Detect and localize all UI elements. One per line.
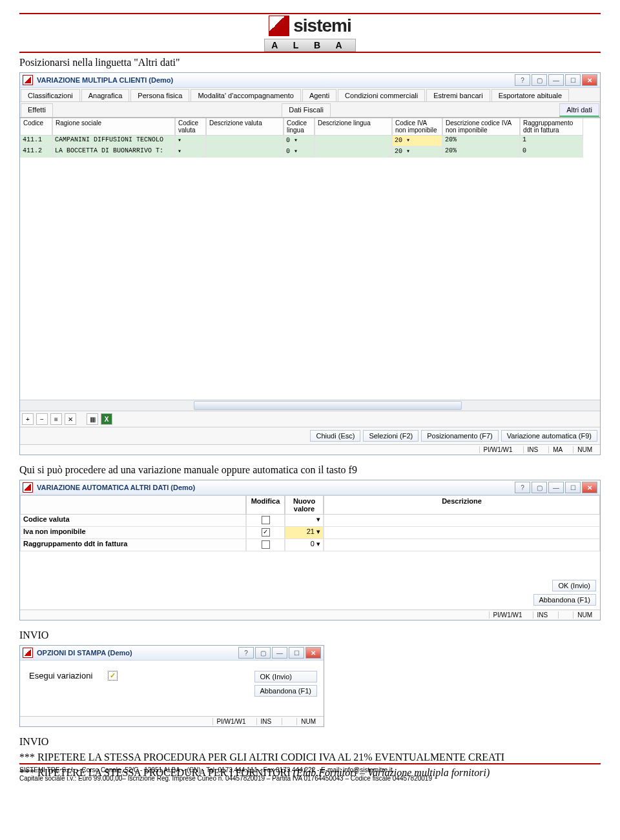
minimize-icon[interactable]: — — [272, 647, 287, 659]
grid-header: CodiceRagione socialeCodice valutaDescri… — [20, 118, 600, 136]
invio-1: INVIO — [19, 630, 601, 641]
tab[interactable]: Classificazioni — [21, 89, 80, 101]
close-icon[interactable]: ✕ — [582, 74, 597, 86]
ok-button[interactable]: OK (Invio) — [254, 671, 318, 682]
invio-2: INVIO — [19, 736, 601, 748]
col-header: Codice — [20, 118, 52, 136]
logo-icon — [269, 15, 289, 36]
table-row[interactable]: Codice valuta ▾ — [20, 515, 600, 527]
restore-icon[interactable]: ▢ — [532, 482, 547, 493]
col-header: Modifica — [246, 495, 285, 515]
col-header: Descrizione valuta — [206, 118, 284, 136]
table-row[interactable]: 411.1CAMPANINI DIFFUSIONI TECNOLO ▾0 ▾20… — [20, 136, 600, 147]
action-button[interactable]: Posizionamento (F7) — [421, 430, 499, 442]
help-icon[interactable]: ? — [238, 647, 254, 659]
footer-line-1: SISTEMI TRE S.r.l. – Corso Canale, 52/C … — [19, 766, 601, 774]
col-header: Ragione sociale — [52, 118, 175, 136]
tab-altri-dati[interactable]: Altri dati — [559, 103, 599, 117]
action-button[interactable]: Selezioni (F2) — [363, 430, 418, 442]
bottom-toolbar: + − ≡ ✕ ▦ X — [20, 411, 600, 427]
abbandona-button[interactable]: Abbandona (F1) — [254, 685, 318, 697]
col-header: Codice IVA non imponibile — [392, 118, 442, 136]
restore-icon[interactable]: ▢ — [255, 647, 271, 659]
col-header — [20, 495, 246, 515]
status-bar: PI/W1/W1INSNUM — [20, 610, 600, 620]
col-header: Codice valuta — [175, 118, 206, 136]
tab[interactable]: Persona fisica — [130, 89, 189, 101]
action-button[interactable]: Chiudi (Esc) — [310, 430, 360, 442]
ripetere-1: *** RIPETERE LA STESSA PROCEDURA PER GLI… — [19, 752, 601, 763]
app-icon — [23, 648, 33, 658]
horizontal-scrollbar[interactable] — [20, 400, 600, 411]
status-bar: PI/W1/W1INSMANUM — [20, 444, 600, 455]
maximize-icon[interactable]: ☐ — [289, 647, 304, 659]
maximize-icon[interactable]: ☐ — [565, 482, 581, 493]
close-icon[interactable]: ✕ — [582, 482, 597, 493]
win2-title: VARIAZIONE AUTOMATICA ALTRI DATI (Demo) — [37, 484, 195, 491]
checkbox[interactable] — [262, 528, 270, 537]
delete-icon[interactable]: ✕ — [65, 413, 76, 425]
page-footer: SISTEMI TRE S.r.l. – Corso Canale, 52/C … — [19, 763, 601, 783]
app-icon — [23, 75, 33, 85]
brand-sub: A L B A — [264, 39, 355, 52]
esegui-label: Esegui variazioni — [29, 671, 92, 681]
tab[interactable]: Agenti — [302, 89, 336, 101]
minimize-icon[interactable]: — — [548, 482, 564, 493]
button-bar: Chiudi (Esc)Selezioni (F2)Posizionamento… — [20, 427, 600, 444]
grid-icon[interactable]: ▦ — [87, 413, 98, 425]
tab[interactable]: Esportatore abituale — [491, 89, 569, 101]
page-header: sistemi — [19, 14, 601, 37]
tab[interactable]: Modalita' d'accompagnamento — [191, 89, 301, 101]
win-opzioni-stampa: OPZIONI DI STAMPA (Demo) ? ▢ — ☐ ✕ Esegu… — [19, 645, 324, 727]
status-bar: PI/W1/W1INSNUM — [20, 716, 324, 726]
tab[interactable]: Estremi bancari — [426, 89, 490, 101]
table-row[interactable]: 411.2LA BOCCETTA DI BUONARRIVO T: ▾0 ▾20… — [20, 147, 600, 158]
tab-dati-fiscali[interactable]: Dati Fiscali — [282, 103, 331, 117]
excel-icon[interactable]: X — [101, 413, 112, 425]
abbandona-button[interactable]: Abbandona (F1) — [533, 594, 597, 606]
tab[interactable]: Anagrafica — [81, 89, 130, 101]
help-icon[interactable]: ? — [515, 74, 530, 86]
table-row[interactable]: Raggruppamento ddt in fattura0 ▾ — [20, 539, 600, 551]
checkbox[interactable] — [262, 540, 270, 549]
checkbox[interactable] — [262, 516, 270, 524]
win3-title: OPZIONI DI STAMPA (Demo) — [37, 649, 132, 657]
col-header: Descrizione lingua — [315, 118, 392, 136]
tab-strip-top: ClassificazioniAnagraficaPersona fisicaM… — [20, 88, 600, 102]
app-icon — [23, 482, 33, 493]
maximize-icon[interactable]: ☐ — [565, 74, 581, 86]
remove-row-icon[interactable]: − — [36, 413, 48, 425]
win-variazione-multipla: VARIAZIONE MULTIPLA CLIENTI (Demo) ? ▢ —… — [19, 72, 601, 455]
ok-button[interactable]: OK (Invio) — [552, 580, 596, 591]
col-header: Codice lingua — [284, 118, 315, 136]
col-header: Descrizione — [324, 495, 600, 515]
minimize-icon[interactable]: — — [548, 74, 564, 86]
footer-line-2: Capitale sociale i.v.: Euro 99.000,00– I… — [19, 774, 601, 783]
copy-row-icon[interactable]: ≡ — [50, 413, 62, 425]
restore-icon[interactable]: ▢ — [532, 74, 547, 86]
close-icon[interactable]: ✕ — [305, 647, 321, 659]
esegui-checkbox[interactable] — [108, 671, 118, 681]
win1-title: VARIAZIONE MULTIPLA CLIENTI (Demo) — [37, 76, 173, 84]
tab-effetti[interactable]: Effetti — [21, 103, 53, 117]
instr-1: Posizionarsi nella linguetta "Altri dati… — [19, 57, 601, 68]
grid-empty-area — [20, 158, 600, 400]
help-icon[interactable]: ? — [515, 482, 530, 493]
col-header: Descrizione codice IVA non imponibile — [442, 118, 520, 136]
tab[interactable]: Condizioni commerciali — [338, 89, 425, 101]
col-header: Nuovo valore — [285, 495, 324, 515]
table-row[interactable]: Iva non imponibile21 ▾ — [20, 527, 600, 539]
win-variazione-automatica: VARIAZIONE AUTOMATICA ALTRI DATI (Demo) … — [19, 480, 601, 620]
add-row-icon[interactable]: + — [22, 413, 34, 425]
col-header: Raggruppamento ddt in fattura — [520, 118, 583, 136]
brand-text: sistemi — [293, 15, 351, 36]
instr-2: Qui si può procedere ad una variazione m… — [19, 464, 601, 476]
action-button[interactable]: Variazione automatica (F9) — [501, 430, 597, 442]
